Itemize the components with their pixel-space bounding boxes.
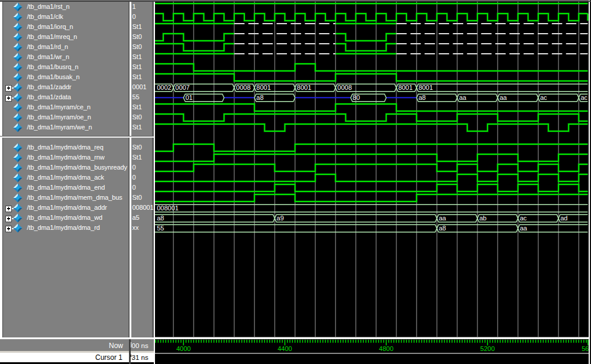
svg-text:8001: 8001 [297, 84, 311, 91]
svg-text:0007: 0007 [175, 84, 189, 91]
svg-text:aa: aa [520, 225, 528, 232]
svg-text:0008: 0008 [337, 84, 351, 91]
svg-text:01: 01 [185, 94, 192, 101]
svg-text:ac: ac [520, 214, 527, 222]
svg-text:5200: 5200 [480, 345, 495, 352]
svg-text:ac: ac [540, 94, 547, 101]
svg-text:5600: 5600 [582, 345, 591, 352]
svg-text:8001: 8001 [398, 84, 412, 91]
svg-text:a9: a9 [277, 214, 284, 222]
svg-text:55: 55 [157, 225, 164, 232]
svg-text:a8: a8 [256, 94, 263, 101]
svg-text:4800: 4800 [379, 345, 393, 352]
svg-text:0002: 0002 [157, 84, 171, 91]
svg-text:80: 80 [353, 94, 360, 101]
svg-text:8001: 8001 [256, 84, 270, 91]
svg-text:008001: 008001 [157, 204, 179, 212]
svg-text:aa: aa [499, 94, 507, 101]
svg-text:8001: 8001 [418, 84, 432, 91]
svg-text:0008: 0008 [236, 84, 250, 91]
svg-text:ab: ab [479, 214, 486, 222]
svg-text:aa: aa [439, 214, 447, 222]
svg-text:4000: 4000 [176, 345, 190, 352]
svg-text:a8: a8 [439, 225, 446, 232]
svg-text:a8: a8 [157, 214, 164, 222]
svg-text:a8: a8 [418, 94, 425, 101]
svg-text:aa: aa [459, 94, 467, 101]
svg-text:ad: ad [560, 214, 567, 222]
svg-text:4400: 4400 [277, 345, 292, 352]
svg-text:ac: ac [580, 94, 587, 101]
